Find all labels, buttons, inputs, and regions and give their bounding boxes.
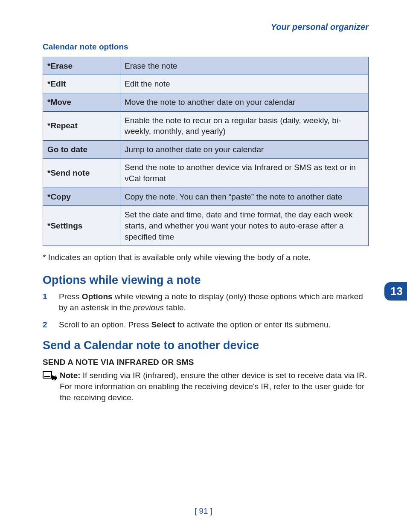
option-name: *Send note xyxy=(43,159,120,188)
step-text: Scroll to an option. Press Select to act… xyxy=(59,319,369,330)
step-number: 1 xyxy=(43,291,59,313)
option-name: *Move xyxy=(43,93,120,111)
table-row: *Send note Send the note to another devi… xyxy=(43,159,369,188)
table-row: *Edit Edit the note xyxy=(43,75,369,93)
running-header: Your personal organizer xyxy=(43,21,369,33)
chapter-tab: 13 xyxy=(384,282,407,301)
option-desc: Set the date and time, date and time for… xyxy=(120,206,369,246)
table-row: *Erase Erase the note xyxy=(43,57,369,75)
svg-rect-1 xyxy=(44,376,50,377)
option-desc: Copy the note. You can then “paste” the … xyxy=(120,188,369,206)
svg-rect-0 xyxy=(43,371,52,378)
option-desc: Send the note to another device via Infr… xyxy=(120,159,369,188)
page-number: [ 91 ] xyxy=(0,506,407,517)
option-name: *Repeat xyxy=(43,111,120,140)
step-text: Press Options while viewing a note to di… xyxy=(59,291,369,313)
table-title: Calendar note options xyxy=(43,41,369,52)
option-desc: Enable the note to recur on a regular ba… xyxy=(120,111,369,140)
note-block: Note: If sending via IR (infrared), ensu… xyxy=(43,370,369,403)
option-name: *Edit xyxy=(43,75,120,93)
note-text: Note: If sending via IR (infrared), ensu… xyxy=(60,370,369,403)
table-row: *Settings Set the date and time, date an… xyxy=(43,206,369,246)
option-desc: Move the note to another date on your ca… xyxy=(120,93,369,111)
option-name: Go to date xyxy=(43,140,120,159)
steps-list: 1 Press Options while viewing a note to … xyxy=(43,291,369,330)
table-footnote: * Indicates an option that is available … xyxy=(43,252,316,263)
table-row: *Repeat Enable the note to recur on a re… xyxy=(43,111,369,140)
sub-heading: SEND A NOTE VIA INFRARED OR SMS xyxy=(43,357,369,368)
note-send-icon xyxy=(43,370,60,383)
list-item: 2 Scroll to an option. Press Select to a… xyxy=(43,319,369,330)
step-number: 2 xyxy=(43,319,59,330)
list-item: 1 Press Options while viewing a note to … xyxy=(43,291,369,313)
option-desc: Edit the note xyxy=(120,75,369,93)
option-name: *Copy xyxy=(43,188,120,206)
table-row: *Move Move the note to another date on y… xyxy=(43,93,369,111)
table-row: *Copy Copy the note. You can then “paste… xyxy=(43,188,369,206)
table-row: Go to date Jump to another date on your … xyxy=(43,140,369,159)
section-heading-send: Send a Calendar note to another device xyxy=(43,338,369,353)
option-name: *Settings xyxy=(43,206,120,246)
section-heading-options: Options while viewing a note xyxy=(43,272,369,288)
option-name: *Erase xyxy=(43,57,120,75)
option-desc: Jump to another date on your calendar xyxy=(120,140,369,159)
option-desc: Erase the note xyxy=(120,57,369,75)
options-table: *Erase Erase the note *Edit Edit the not… xyxy=(43,57,369,246)
